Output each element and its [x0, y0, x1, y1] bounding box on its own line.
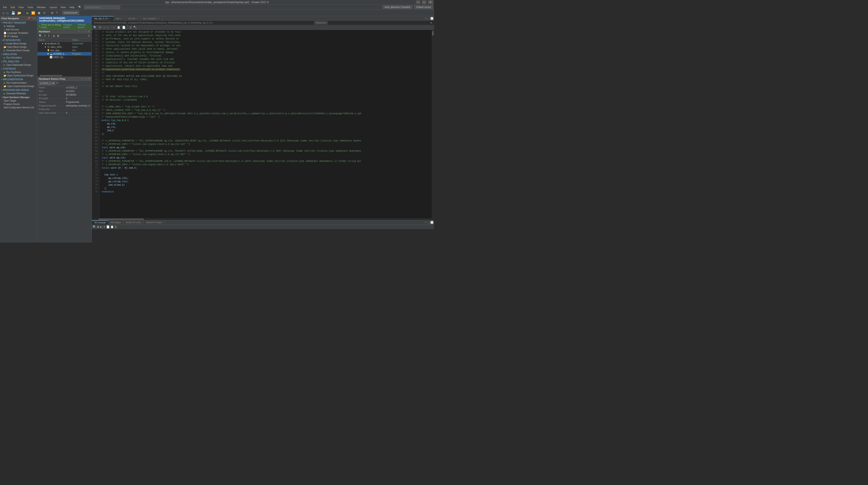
menu-flow[interactable]: Flow	[17, 6, 26, 9]
hw-row-localhost[interactable]: ▼ 🖥 localhost (1) Connected	[37, 42, 92, 45]
et-copy-icon[interactable]: 📋	[116, 26, 121, 29]
dev-props-restore-icon[interactable]: □	[86, 77, 88, 80]
nav-create-block-design[interactable]: + Create Block Design	[0, 42, 37, 45]
toolbar-back[interactable]: ◁	[1, 11, 5, 15]
hw-tree-scrollbar[interactable]	[37, 75, 92, 77]
project-manager-title[interactable]: ▾ PROJECT MANAGER	[0, 21, 37, 25]
et-search-icon[interactable]: 🔍	[93, 26, 97, 29]
et-save-icon[interactable]: 🖫	[98, 26, 102, 29]
quick-access-input[interactable]	[84, 5, 120, 9]
nav-settings[interactable]: ⚙ Settings	[0, 25, 37, 28]
tcl-tab-serial-io-links[interactable]: Serial I/O Links	[124, 220, 144, 224]
program-debug-title[interactable]: ▾ PROGRAM AND DEBUG	[0, 88, 37, 92]
tcl-pause-icon[interactable]: ⏸	[103, 225, 105, 229]
nav-ip-catalog[interactable]: 📦 IP Catalog	[0, 35, 37, 38]
program-device-link[interactable]: Program device	[63, 24, 76, 29]
nav-run-synthesis[interactable]: ▶ Run Synthesis	[0, 70, 37, 74]
tab-led-xdc[interactable]: led.xdc ✕	[126, 17, 141, 21]
et-undo-icon[interactable]: ◁	[102, 26, 106, 29]
tcl-minus-icon[interactable]: −	[427, 221, 428, 224]
synthesis-title[interactable]: ▸ SYNTHESIS	[0, 67, 37, 70]
maximize-button[interactable]: □	[422, 0, 426, 4]
nav-open-implemented-design[interactable]: 📂 Open Implemented Design	[0, 85, 37, 88]
nav-program-device[interactable]: Program Device	[0, 102, 37, 106]
hw-row-arm-dap[interactable]: 💡 arm_dap... N/A	[37, 49, 92, 52]
tcl-clear-icon[interactable]: 🗑	[115, 225, 117, 229]
nav-run-simulation[interactable]: ▶ Run Simulation	[0, 56, 37, 59]
hw-row-xc7z015[interactable]: ▼ 💻 xc7z015_1 ... Program...	[37, 52, 92, 56]
hw-search-icon[interactable]: 🔍	[38, 34, 42, 38]
hw-settings-icon[interactable]: ⚙	[87, 34, 91, 38]
nav-add-config-memory[interactable]: Add Configuration Memory De	[0, 106, 37, 109]
et-cut-icon[interactable]: ✂	[112, 26, 116, 29]
nav-open-target[interactable]: Open Target	[0, 99, 37, 102]
hw-run-icon[interactable]: ▶	[53, 34, 56, 38]
toolbar-run[interactable]: ▶	[26, 11, 30, 15]
flow-nav-close-icon[interactable]: ✕	[34, 17, 36, 20]
tcl-stop-icon[interactable]: ⏹	[97, 225, 99, 229]
tab-top-v[interactable]: top.v ✕	[114, 17, 126, 21]
tab-close-3[interactable]: ✕	[158, 17, 160, 20]
et-redo-icon[interactable]: ▷	[106, 26, 110, 29]
editor-settings-icon[interactable]: ⚙	[430, 22, 432, 24]
minimize-button[interactable]: −	[416, 0, 420, 4]
menu-help[interactable]: Help	[67, 6, 76, 9]
flow-nav-help-icon[interactable]: ?	[31, 17, 33, 20]
tcl-question-icon[interactable]: ?	[425, 221, 426, 224]
close-button[interactable]: ✕	[428, 0, 433, 4]
menu-file[interactable]: File	[1, 6, 9, 9]
hw-tree-scrollbar-thumb[interactable]	[40, 75, 62, 77]
toolbar-stop[interactable]: ⏹	[37, 11, 41, 15]
tcl-tab-serial-io-scans[interactable]: Serial I/O Scans	[144, 220, 164, 224]
toolbar-save[interactable]: 💾	[11, 11, 16, 15]
hw-filter-icon[interactable]: ⬆	[43, 34, 46, 38]
tab-top-wrapper[interactable]: top_wrapper.v ✕	[141, 17, 162, 21]
code-editor[interactable]: 3132333435 3637383940 4142434445 4647484…	[92, 30, 434, 218]
et-grid-icon[interactable]: ⊞	[129, 26, 132, 29]
tab-close-0[interactable]: ✕	[110, 17, 111, 20]
nav-language-templates[interactable]: 📄 Language Templates	[0, 31, 37, 35]
dev-props-question-icon[interactable]: ?	[81, 77, 83, 80]
tcl-tab-console[interactable]: Tcl Console	[92, 220, 108, 224]
dev-props-minus-icon[interactable]: −	[84, 77, 85, 80]
tab-close-1[interactable]: ✕	[122, 17, 124, 20]
editor-scrollbar-h[interactable]	[92, 218, 434, 220]
tcl-maximize-icon[interactable]: ⬜	[430, 221, 434, 224]
tcl-run-icon[interactable]: ▶	[100, 225, 102, 229]
nav-open-block-design[interactable]: 📂 Open Block Design	[0, 45, 37, 49]
editor-tab-minus-icon[interactable]: −	[427, 17, 428, 20]
ip-integrator-title[interactable]: ▾ IP INTEGRATOR	[0, 38, 37, 42]
toolbar-forward[interactable]: ▷	[6, 11, 10, 15]
menu-window[interactable]: Window	[35, 6, 48, 9]
tcl-copy-icon[interactable]: 📋	[111, 225, 114, 229]
menu-view[interactable]: View	[59, 6, 68, 9]
toolbar-run-all[interactable]: ⏩	[31, 11, 36, 15]
editor-tab-restore-icon[interactable]: □	[428, 17, 430, 20]
implementation-title[interactable]: ▸ IMPLEMENTATION	[0, 77, 37, 81]
nav-add-sources[interactable]: + Add Sources	[0, 28, 37, 31]
tcl-tab-messages[interactable]: Messages	[108, 220, 124, 224]
nav-generate-block-design[interactable]: ▶ Generate Block Design	[0, 49, 37, 52]
toolbar-help[interactable]: ?	[55, 11, 59, 15]
tab-top-top-0-0[interactable]: top_top_0_0.v ✕	[92, 16, 114, 21]
editor-scrollbar-thumb-v[interactable]	[432, 31, 434, 36]
layout-button[interactable]: Default Layout	[414, 5, 433, 9]
simulation-title[interactable]: ▾ SIMULATION	[0, 52, 37, 56]
open-hw-title[interactable]: ▾ Open Hardware Manager	[0, 95, 37, 99]
editor-scrollbar-v[interactable]	[432, 30, 434, 218]
hw-row-xilinx-tcf[interactable]: ▼ 🔌 xilinx_tcf/D... Open	[37, 45, 92, 49]
hw-row-xadc[interactable]: 📊 XADC (Sy...	[37, 56, 92, 59]
window-controls[interactable]: − □ ✕	[416, 0, 433, 4]
hw-panel-question-icon[interactable]: ?	[78, 30, 80, 33]
flow-nav-pin-icon[interactable]: 📌	[27, 17, 30, 20]
tcl-restore-icon[interactable]: □	[428, 221, 430, 224]
refresh-device-link[interactable]: Refresh device	[78, 24, 90, 29]
et-paste-icon[interactable]: 📄	[122, 26, 126, 29]
editor-scrollbar-thumb-h[interactable]	[99, 218, 144, 220]
nav-generate-bitstream[interactable]: ▶ Generate Bitstream	[0, 92, 37, 95]
et-find-icon[interactable]: 🔦	[133, 26, 137, 29]
nav-open-elaborated-design[interactable]: ▶ Open Elaborated Design	[0, 63, 37, 67]
tab-close-2[interactable]: ✕	[136, 17, 138, 20]
toolbar-reset[interactable]: ↺	[42, 11, 46, 15]
menu-layout[interactable]: Layout	[48, 6, 59, 9]
